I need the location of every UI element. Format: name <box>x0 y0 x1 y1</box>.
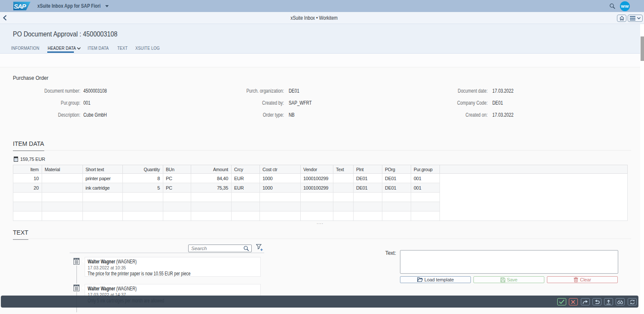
field-label: Pur.group: <box>25 97 80 109</box>
cell-empty <box>232 193 260 202</box>
cell-empty <box>260 202 301 211</box>
feed-timestamp: 17.03.2022 at 10:35 <box>88 265 242 270</box>
avatar[interactable]: WW <box>620 1 630 11</box>
col-short-text[interactable]: Short text <box>83 165 123 174</box>
cell-empty <box>191 202 232 211</box>
load-template-button[interactable]: Load template <box>400 276 471 283</box>
cell-empty <box>333 193 354 202</box>
feed-author-id: (WAGNER) <box>115 286 137 292</box>
cell-bun: PC <box>163 183 191 193</box>
cell-pur-group: 001 <box>411 174 440 183</box>
cell-empty <box>191 193 232 202</box>
timeline-line <box>76 266 77 284</box>
trash-icon <box>574 277 578 282</box>
refresh-icon <box>630 299 635 305</box>
load-template-label: Load template <box>424 277 454 282</box>
feed-author-name[interactable]: Walter Wagner <box>88 286 115 292</box>
cell-empty <box>382 193 411 202</box>
cell-item: 10 <box>13 174 42 183</box>
cell-filler <box>440 174 628 221</box>
shell-bar: SAP xSuite Inbox App for SAP Fiori WW <box>0 0 644 12</box>
approve-button[interactable] <box>557 298 566 305</box>
cell-empty <box>354 193 382 202</box>
cell-vendor: 1000100299 <box>301 183 333 193</box>
upload-button[interactable] <box>604 298 613 305</box>
col-crcy[interactable]: Crcy <box>232 165 260 174</box>
col-cost-ctr[interactable]: Cost ctr <box>260 165 301 174</box>
tab-item-data[interactable]: ITEM DATA <box>88 45 109 51</box>
tab-chevron-down-icon[interactable] <box>77 47 81 50</box>
menu-button[interactable] <box>628 15 643 22</box>
refresh-button[interactable] <box>628 298 637 305</box>
feed-author: Walter Wagner (WAGNER) <box>88 259 219 265</box>
cell-quantity: 5 <box>123 183 163 193</box>
item-data-section-title: ITEM DATA <box>13 140 44 151</box>
undo-button[interactable] <box>592 298 601 305</box>
col-quantity[interactable]: Quantity <box>123 165 163 174</box>
section-divider <box>13 150 631 151</box>
col-filler <box>440 165 628 174</box>
cell-empty <box>333 202 354 211</box>
cell-crcy: EUR <box>232 183 260 193</box>
home-button[interactable] <box>617 15 626 22</box>
tab-information[interactable]: INFORMATION <box>11 45 39 51</box>
cell-text <box>333 174 354 183</box>
col-text[interactable]: Text <box>333 165 354 174</box>
back-icon[interactable] <box>3 15 7 21</box>
scrollbar-track[interactable] <box>640 24 644 314</box>
save-icon <box>501 278 505 282</box>
table-more-indicator[interactable]: .... <box>13 220 627 225</box>
cell-empty <box>232 202 260 211</box>
col-plnt[interactable]: Plnt <box>354 165 382 174</box>
col-bun[interactable]: BUn <box>163 165 191 174</box>
field-value: DE01 <box>492 97 503 109</box>
tab-text[interactable]: TEXT <box>117 45 128 51</box>
clear-button[interactable]: Clear <box>547 276 618 283</box>
field-label: Company Code: <box>433 97 488 109</box>
cell-cost-ctr: 1000 <box>260 174 301 183</box>
tab-header-data[interactable]: HEADER DATA <box>48 45 76 51</box>
field-value: 17.03.2022 <box>492 109 513 121</box>
display-button[interactable] <box>616 298 625 305</box>
sap-logo-text: SAP <box>14 3 27 10</box>
cell-short-text: ink cartridge <box>83 183 123 193</box>
cell-porg: DE01 <box>382 174 411 183</box>
field-value: DE01 <box>289 85 299 97</box>
forward-button[interactable] <box>581 298 590 305</box>
cell-empty <box>260 193 301 202</box>
field-label: Created by: <box>230 97 284 109</box>
col-porg[interactable]: POrg <box>382 165 411 174</box>
search-icon[interactable] <box>244 246 249 251</box>
reject-button[interactable] <box>569 298 578 305</box>
cell-vendor: 1000100299 <box>301 174 333 183</box>
tab-xsuite-log[interactable]: XSUITE LOG <box>135 45 160 51</box>
cell-empty <box>411 202 440 211</box>
purchase-order-section-title: Purchase Order <box>13 75 49 81</box>
table-row[interactable]: 10 printer paper 8 PC 84,40 EUR 1000 100… <box>13 174 628 183</box>
save-button[interactable]: Save <box>473 276 544 283</box>
text-editor-area[interactable] <box>400 250 618 274</box>
search-input[interactable] <box>189 246 244 251</box>
col-amount[interactable]: Amount <box>191 165 232 174</box>
feed-author: Walter Wagner (WAGNER) <box>88 286 219 292</box>
cell-short-text: printer paper <box>83 174 123 183</box>
add-filter-icon[interactable] <box>256 244 263 251</box>
col-material[interactable]: Material <box>42 165 83 174</box>
section-divider <box>13 239 631 239</box>
col-item[interactable]: Item <box>13 165 42 174</box>
sap-logo[interactable]: SAP <box>13 2 31 10</box>
cell-material <box>42 183 83 193</box>
cell-empty <box>42 193 83 202</box>
feed-message: The price for the printer paper is now 1… <box>88 271 219 277</box>
feed-entry[interactable]: Walter Wagner (WAGNER) 17.03.2022 at 10:… <box>85 257 261 277</box>
app-title[interactable]: xSuite Inbox App for SAP Fiori <box>37 0 101 12</box>
cell-empty <box>163 202 191 211</box>
col-vendor[interactable]: Vendor <box>301 165 333 174</box>
clear-label: Clear <box>580 277 591 282</box>
feed-author-name[interactable]: Walter Wagner <box>88 259 115 265</box>
search-icon[interactable] <box>610 3 615 9</box>
table-view-icon <box>14 157 18 162</box>
col-pur-group[interactable]: Pur.group <box>411 165 440 174</box>
app-title-caret-icon[interactable] <box>105 5 109 7</box>
scrollbar-thumb[interactable] <box>641 36 644 61</box>
